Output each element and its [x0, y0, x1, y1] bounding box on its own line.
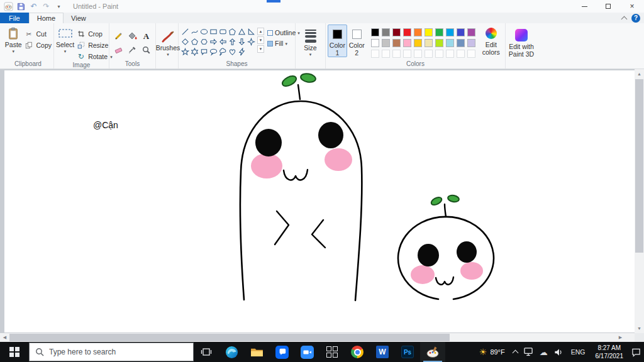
shape-right-arrow[interactable] — [209, 37, 218, 46]
chat-app-taskbar-button[interactable] — [269, 342, 294, 362]
palette-swatch[interactable] — [382, 28, 390, 36]
shape-heart[interactable] — [228, 47, 236, 56]
shape-rounded-callout[interactable] — [199, 47, 208, 56]
shape-polygon[interactable] — [228, 27, 236, 36]
shape-oval[interactable] — [199, 27, 208, 36]
palette-swatch-empty[interactable] — [392, 50, 401, 58]
shape-triangle[interactable] — [237, 27, 246, 36]
palette-swatch[interactable] — [425, 28, 433, 36]
shape-curve[interactable] — [190, 27, 199, 36]
shape-four-point-star[interactable] — [247, 37, 255, 46]
action-center-button[interactable] — [628, 342, 644, 362]
language-indicator[interactable]: ENG — [566, 342, 591, 362]
palette-swatch[interactable] — [467, 28, 475, 36]
tab-file[interactable]: File — [0, 13, 29, 23]
shapes-scroll-up[interactable]: ▲ — [257, 28, 264, 35]
start-button[interactable] — [0, 342, 29, 362]
pencil-tool-button[interactable] — [113, 30, 125, 42]
video-call-app-taskbar-button[interactable] — [294, 342, 319, 362]
weather-widget[interactable]: ☀ 89°F — [474, 342, 510, 362]
palette-swatch-empty[interactable] — [435, 50, 443, 58]
palette-swatch[interactable] — [403, 28, 411, 36]
tab-home[interactable]: Home — [29, 13, 64, 23]
customize-toolbar-dropdown[interactable]: ▾ — [53, 1, 64, 12]
color-picker-tool-button[interactable] — [126, 44, 138, 56]
palette-swatch[interactable] — [403, 39, 411, 47]
edit-colors-button[interactable]: Edit colors — [479, 25, 503, 56]
palette-swatch[interactable] — [392, 28, 401, 36]
undo-button[interactable]: ↶ — [28, 1, 39, 12]
shape-left-arrow[interactable] — [218, 37, 227, 46]
paste-button[interactable]: Paste ▾ — [4, 25, 22, 53]
palette-swatch-empty[interactable] — [382, 50, 390, 58]
horizontal-scrollbar[interactable]: ◀ ▶ — [0, 333, 635, 342]
vertical-scroll-thumb[interactable] — [635, 79, 643, 253]
crop-button[interactable]: Crop — [76, 29, 112, 38]
fill-tool-button[interactable] — [126, 30, 138, 42]
shape-pentagon[interactable] — [190, 37, 199, 46]
palette-swatch[interactable] — [371, 28, 379, 36]
help-button[interactable]: ? — [631, 14, 640, 23]
palette-swatch-empty[interactable] — [425, 50, 433, 58]
chrome-taskbar-button[interactable] — [345, 342, 370, 362]
edit-with-paint3d-button[interactable]: Edit with Paint 3D — [508, 26, 535, 58]
scroll-up-arrow[interactable]: ▲ — [635, 69, 644, 79]
rotate-button[interactable]: ↻ Rotate ▾ — [76, 52, 112, 61]
copy-button[interactable]: Copy — [24, 40, 52, 50]
eraser-tool-button[interactable] — [113, 44, 125, 56]
select-button[interactable]: Select ▾ — [56, 25, 74, 53]
volume-tray-button[interactable] — [551, 342, 566, 362]
shape-right-triangle[interactable] — [247, 27, 255, 36]
minimize-button[interactable] — [572, 0, 596, 13]
palette-swatch[interactable] — [414, 28, 422, 36]
grid-app-taskbar-button[interactable] — [319, 342, 345, 362]
shape-five-point-star[interactable] — [180, 47, 189, 56]
horizontal-scroll-thumb[interactable] — [9, 334, 450, 341]
palette-swatch-empty[interactable] — [446, 50, 454, 58]
shape-line[interactable] — [180, 27, 189, 36]
network-tray-button[interactable] — [521, 342, 536, 362]
palette-swatch[interactable] — [446, 39, 454, 47]
scroll-down-arrow[interactable]: ▼ — [635, 324, 644, 333]
palette-swatch[interactable] — [457, 28, 465, 36]
palette-swatch-empty[interactable] — [467, 50, 475, 58]
palette-swatch-empty[interactable] — [414, 50, 422, 58]
vertical-scrollbar[interactable]: ▲ ▼ — [635, 69, 644, 333]
size-button[interactable]: Size ▾ — [301, 28, 321, 57]
search-input[interactable] — [49, 348, 178, 356]
collapse-ribbon-button[interactable] — [622, 15, 626, 21]
onedrive-tray-button[interactable]: ☁ — [536, 342, 551, 362]
shape-diamond[interactable] — [180, 37, 189, 46]
scroll-right-arrow[interactable]: ▶ — [616, 333, 625, 342]
show-hidden-icons-button[interactable] — [510, 342, 521, 362]
cut-button[interactable]: ✂ Cut — [24, 29, 52, 38]
brushes-button[interactable]: Brushes ▾ — [158, 28, 178, 57]
palette-swatch-empty[interactable] — [403, 50, 411, 58]
palette-swatch[interactable] — [467, 39, 475, 47]
palette-swatch-empty[interactable] — [371, 50, 379, 58]
redo-button[interactable]: ↷ — [41, 1, 52, 12]
palette-swatch[interactable] — [371, 39, 379, 47]
shape-down-arrow[interactable] — [237, 37, 246, 46]
maximize-button[interactable] — [596, 0, 620, 13]
palette-swatch[interactable] — [425, 39, 433, 47]
scroll-left-arrow[interactable]: ◀ — [0, 333, 9, 342]
paint-taskbar-button[interactable] — [420, 342, 445, 362]
photoshop-taskbar-button[interactable]: Ps — [395, 342, 420, 362]
text-tool-button[interactable]: A — [140, 30, 152, 42]
tab-view[interactable]: View — [64, 13, 94, 23]
save-button[interactable] — [16, 1, 26, 12]
palette-swatch-empty[interactable] — [457, 50, 465, 58]
shapes-more-dropdown[interactable]: ▼ — [257, 45, 264, 53]
shape-hexagon[interactable] — [199, 37, 208, 46]
palette-swatch[interactable] — [392, 39, 401, 47]
color2-button[interactable]: Color 2 — [347, 25, 367, 57]
file-explorer-taskbar-button[interactable] — [244, 342, 269, 362]
palette-swatch[interactable] — [435, 39, 443, 47]
word-taskbar-button[interactable]: W — [370, 342, 395, 362]
shape-cloud-callout[interactable] — [218, 47, 227, 56]
shapes-scroll-down[interactable]: ▼ — [257, 36, 264, 44]
shape-lightning[interactable] — [237, 47, 246, 56]
close-button[interactable]: × — [620, 0, 644, 13]
shape-six-point-star[interactable] — [190, 47, 199, 56]
